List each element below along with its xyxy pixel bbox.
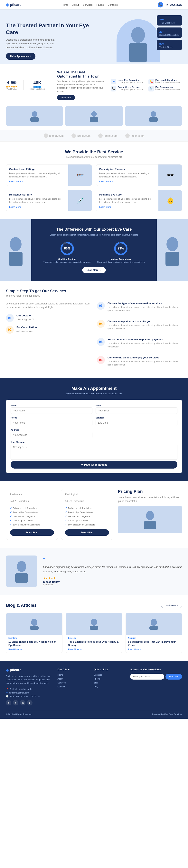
logo-1: logoplusum	[44, 133, 64, 138]
photo-3	[125, 106, 182, 126]
facebook-icon[interactable]: f	[6, 700, 11, 706]
pricing-card-1: Radiological $65.25 /check up Follow up …	[61, 489, 113, 540]
footer-link-home[interactable]: Home	[58, 674, 88, 676]
service-mini-1: 💊 Eye Health Checkups Lorem ipsum quis a…	[148, 79, 182, 84]
select-plan-0-button[interactable]: Select Plan	[10, 529, 54, 536]
footer-quick-link-3[interactable]: FAQ	[94, 685, 124, 688]
service-img-1: 🕶️	[158, 164, 182, 186]
footer-quick-link-0[interactable]: Services	[94, 674, 124, 676]
steps-title: Simple Step To get Our Services	[6, 289, 182, 293]
nav-services[interactable]: Services	[83, 3, 92, 6]
laser-icon: 👁	[111, 79, 116, 84]
youtube-icon[interactable]: ▶	[27, 700, 33, 706]
step-item-4: 05 Set a schedule and make inspection pa…	[97, 338, 182, 348]
pricing-title: Pricing Plan	[118, 489, 182, 494]
divider2	[51, 80, 51, 90]
logo[interactable]: ◆ pticare	[6, 2, 22, 7]
read-more-button[interactable]: Read More	[57, 95, 75, 100]
appointment-form: Name Email Phone Services Address	[6, 400, 182, 473]
steps-section: Simple Step To get Our Services Your eye…	[0, 281, 188, 378]
hero-section: The Trusted Partner in Your Eye Care Opt…	[0, 9, 188, 64]
footer-newsletter-col: Subscribe Our Newsletter Subscribe	[130, 668, 182, 706]
rating-block: 4.9/5 ★★★★★ Total Rating	[6, 80, 17, 90]
diff-circles: 86% Qualified Doctors These work dolor m…	[37, 241, 151, 263]
step-item-3: 04 Choose an eye doctor that suits you L…	[97, 320, 182, 330]
footer-link-about[interactable]: About	[58, 678, 88, 680]
twitter-icon[interactable]: t	[13, 700, 18, 706]
blog-read-more-0[interactable]: Read More →	[8, 648, 22, 651]
newsletter-form: Subscribe	[130, 674, 182, 680]
blog-load-more-button[interactable]: Load More →	[161, 602, 182, 608]
steps-layout: Lorem ipsum dolor sit amet consectetur a…	[6, 302, 182, 370]
svg-rect-1	[129, 43, 147, 62]
services-group: Services	[96, 416, 178, 426]
step-icon-4: 05	[97, 338, 105, 346]
blog-read-more-1[interactable]: Read More →	[68, 648, 82, 651]
svg-point-2	[32, 111, 37, 117]
pricing-cards: Preliminary $49.25 /check up Follow up c…	[6, 489, 113, 540]
stats-row: 4.9/5 ★★★★★ Total Rating 48K 👥👥👥 Happy C…	[0, 64, 188, 106]
select-plan-1-button[interactable]: Select Plan	[65, 529, 109, 536]
step-item-5: 06 Come to the clinic and enjoy your ser…	[97, 356, 182, 366]
nav-about[interactable]: About	[72, 3, 79, 6]
blog-img-0	[6, 613, 62, 634]
blog-img-1	[66, 613, 122, 634]
learn-more-0[interactable]: Learn More →	[9, 180, 24, 183]
contact-icon: 📞	[111, 86, 116, 91]
blog-img-2	[126, 613, 182, 634]
svg-rect-17	[144, 521, 156, 529]
step-item-1: 02 For Consultation optician examine	[6, 326, 91, 334]
customers-block: 48K 👥👥👥 Happy Customers	[30, 80, 45, 90]
blog-read-more-2[interactable]: Read More →	[128, 648, 142, 651]
submit-appointment-button[interactable]: ✉ Make Appointment	[10, 461, 178, 469]
svg-point-22	[91, 619, 97, 626]
learn-more-1[interactable]: Learn More →	[99, 180, 114, 183]
footer-link-services[interactable]: Services	[58, 682, 88, 684]
name-input[interactable]	[10, 407, 92, 414]
message-textarea[interactable]	[10, 444, 178, 460]
footer-quick-link-2[interactable]: Blog	[94, 682, 124, 684]
logo-dot-icon: ◆	[6, 2, 9, 7]
svg-rect-5	[90, 117, 98, 122]
pricing-section: Preliminary $49.25 /check up Follow up c…	[0, 481, 188, 548]
service-mini-3: 🔍 Eye Examination Lorem ipsum quis accum…	[148, 86, 182, 91]
footer-top: ◆ pticare Opticare is a professional hea…	[6, 668, 182, 706]
step-icon-5: 06	[97, 356, 105, 364]
nav-contacts[interactable]: Contacts	[108, 3, 117, 6]
phone-input[interactable]	[10, 420, 92, 426]
svg-point-4	[91, 111, 97, 117]
logos-row: logoplusum logiplusum logiplusum logiplu…	[0, 130, 188, 142]
service-card-2: Refractive Surgery Lorem ipsum dolor sit…	[6, 190, 92, 211]
blog-cards: Eye Care 10 Signs That Indicate You Need…	[6, 613, 182, 653]
newsletter-input[interactable]	[130, 674, 164, 680]
services-input[interactable]	[96, 420, 178, 426]
newsletter-subscribe-button[interactable]: Subscribe	[165, 674, 182, 680]
footer-clinic-col: Our Clinic Home About Services Contact	[58, 668, 88, 706]
steps-subtitle: Your eye health is our top priority	[6, 294, 182, 297]
pricing-features-1: Follow up call & solutions Free to Eye C…	[65, 506, 109, 527]
diff-right-image	[157, 219, 188, 281]
services-cards: Contact Lens Fittings Lorem ipsum dolor …	[6, 164, 182, 211]
best-optom-title: We Are The Best Optometrist In This Town	[57, 70, 105, 79]
nav-home[interactable]: Home	[62, 3, 68, 6]
hero-cta-button[interactable]: Make Appointment	[6, 53, 35, 60]
diff-load-more-button[interactable]: Load More →	[82, 267, 106, 273]
instagram-icon[interactable]: in	[20, 700, 26, 706]
step-item-0: 01 Our Location 1 Book Appt No 35	[6, 314, 91, 322]
nav-pages[interactable]: Pages	[97, 3, 104, 6]
diff-title: The Difference with Our Expert Eye Care	[37, 227, 151, 231]
pricing-subtitle: Lorem ipsum dolor sit amet consectetur a…	[118, 496, 182, 503]
learn-more-2[interactable]: Learn More →	[9, 206, 24, 208]
service-img-0: 👓	[68, 164, 92, 186]
testimonial-section: " I had been experiencing blurry vision …	[0, 548, 188, 595]
footer-link-contact[interactable]: Contact	[58, 685, 88, 688]
services-header: We Provide the Best Service Lorem ipsum …	[6, 149, 182, 158]
step-icon-2: 03	[97, 302, 105, 310]
address-input[interactable]	[10, 432, 92, 438]
svg-rect-9	[9, 252, 23, 266]
footer-quick-link-1[interactable]: Pricing	[94, 678, 124, 680]
logo-text: pticare	[10, 3, 22, 7]
learn-more-3[interactable]: Learn More →	[99, 206, 114, 208]
email-input[interactable]	[96, 407, 178, 414]
phone-icon: 📞	[158, 2, 163, 7]
